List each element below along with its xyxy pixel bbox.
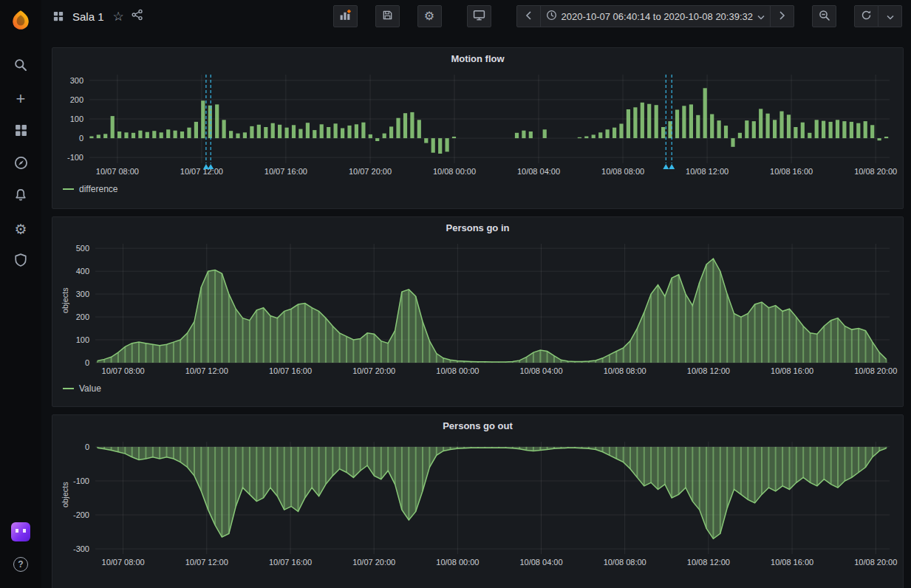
panel-persons-go-out: Persons go out objects -300-200-100010/0… xyxy=(52,414,904,588)
svg-text:300: 300 xyxy=(70,76,83,85)
svg-text:10/07 08:00: 10/07 08:00 xyxy=(102,366,145,375)
sidebar-item-server-admin[interactable] xyxy=(0,245,41,278)
time-range-text: 2020-10-07 06:40:14 to 2020-10-08 20:39:… xyxy=(562,11,754,22)
grafana-flame-icon xyxy=(10,9,32,31)
svg-text:-100: -100 xyxy=(73,476,89,485)
motion-flow-chart-area: -100010020030010/07 08:0010/07 12:0010/0… xyxy=(55,69,900,180)
motion-flow-chart[interactable]: -100010020030010/07 08:0010/07 12:0010/0… xyxy=(55,69,900,180)
svg-text:10/08 20:00: 10/08 20:00 xyxy=(854,366,897,375)
clock-icon xyxy=(546,10,557,23)
star-button[interactable]: ☆ xyxy=(113,9,124,24)
panel-motion-flow: Motion flow -100010020030010/07 08:0010/… xyxy=(52,47,904,209)
dashboard-settings-button[interactable]: ⚙ xyxy=(417,5,442,27)
share-icon xyxy=(132,9,143,24)
refresh-button[interactable] xyxy=(854,5,878,27)
svg-text:100: 100 xyxy=(70,114,83,123)
legend-item-difference[interactable]: difference xyxy=(55,180,900,194)
panel-title[interactable]: Motion flow xyxy=(55,48,900,69)
svg-text:10/07 08:00: 10/07 08:00 xyxy=(96,167,139,176)
legend-swatch xyxy=(63,188,74,190)
legend-label: Value xyxy=(79,383,101,394)
dashboard-title[interactable]: Sala 1 xyxy=(72,10,104,23)
dashboard-header: Sala 1 ☆ ⚙ xyxy=(41,0,911,33)
legend-item-value[interactable]: Value xyxy=(55,379,900,394)
svg-text:200: 200 xyxy=(76,312,89,321)
sidebar-item-explore[interactable] xyxy=(0,148,41,180)
chevron-down-icon xyxy=(887,11,894,22)
cycle-view-mode-button[interactable] xyxy=(467,5,491,27)
svg-text:10/08 16:00: 10/08 16:00 xyxy=(771,558,813,567)
monitor-icon xyxy=(473,9,485,24)
svg-text:10/08 12:00: 10/08 12:00 xyxy=(687,558,730,567)
svg-text:10/07 16:00: 10/07 16:00 xyxy=(265,167,307,176)
save-icon xyxy=(382,10,393,23)
share-button[interactable] xyxy=(132,9,143,24)
svg-text:-100: -100 xyxy=(67,153,83,162)
panel-title[interactable]: Persons go in xyxy=(55,217,900,238)
svg-text:0: 0 xyxy=(79,134,83,143)
refresh-icon xyxy=(861,10,872,23)
sidebar: + ⚙ ? xyxy=(0,0,41,588)
sidebar-item-create[interactable]: + xyxy=(0,83,41,115)
chevron-right-icon xyxy=(779,11,785,22)
persons-go-in-chart-area: objects 010020030040050010/07 08:0010/07… xyxy=(55,238,900,379)
save-dashboard-button[interactable] xyxy=(375,5,400,27)
time-range-back-button[interactable] xyxy=(516,5,541,27)
svg-text:10/07 16:00: 10/07 16:00 xyxy=(269,366,312,375)
svg-text:400: 400 xyxy=(76,267,89,276)
svg-text:10/08 00:00: 10/08 00:00 xyxy=(436,558,479,567)
persons-go-out-chart-area: objects -300-200-100010/07 08:0010/07 12… xyxy=(55,436,900,570)
gear-icon: ⚙ xyxy=(424,10,434,22)
help-icon: ? xyxy=(13,557,28,572)
legend-label: difference xyxy=(79,184,117,194)
search-icon xyxy=(14,58,27,75)
persons-go-out-chart[interactable]: -300-200-100010/07 08:0010/07 12:0010/07… xyxy=(55,436,900,570)
svg-text:10/08 12:00: 10/08 12:00 xyxy=(687,366,730,375)
dashboards-grid-icon xyxy=(15,124,27,140)
dashboard-grid: Motion flow -100010020030010/07 08:0010/… xyxy=(41,33,911,588)
time-range-picker-button[interactable]: 2020-10-07 06:40:14 to 2020-10-08 20:39:… xyxy=(540,5,771,27)
svg-text:10/08 08:00: 10/08 08:00 xyxy=(601,167,644,176)
sidebar-item-alerting[interactable] xyxy=(0,180,41,213)
main-column: Sala 1 ☆ ⚙ xyxy=(41,0,911,588)
refresh-interval-button[interactable] xyxy=(878,5,902,27)
svg-text:10/07 20:00: 10/07 20:00 xyxy=(349,167,392,176)
svg-text:10/08 16:00: 10/08 16:00 xyxy=(770,167,813,176)
svg-text:10/07 12:00: 10/07 12:00 xyxy=(180,167,223,176)
svg-text:0: 0 xyxy=(85,358,89,367)
svg-text:100: 100 xyxy=(76,335,89,344)
svg-text:10/07 20:00: 10/07 20:00 xyxy=(352,558,395,567)
svg-text:-300: -300 xyxy=(73,544,89,553)
svg-text:500: 500 xyxy=(76,244,89,253)
svg-text:10/08 16:00: 10/08 16:00 xyxy=(771,366,813,375)
sidebar-item-user-profile[interactable] xyxy=(0,516,41,548)
panel-title[interactable]: Persons go out xyxy=(55,415,900,436)
svg-text:10/08 20:00: 10/08 20:00 xyxy=(854,167,897,176)
svg-text:10/07 12:00: 10/07 12:00 xyxy=(185,366,228,375)
zoom-out-button[interactable] xyxy=(812,5,836,27)
svg-text:10/08 04:00: 10/08 04:00 xyxy=(519,366,562,375)
y-axis-label: objects xyxy=(61,482,69,507)
sidebar-item-configuration[interactable]: ⚙ xyxy=(0,213,41,245)
plus-icon: + xyxy=(16,91,26,107)
svg-text:10/08 08:00: 10/08 08:00 xyxy=(604,558,646,567)
y-axis-label: objects xyxy=(61,287,69,313)
svg-text:-200: -200 xyxy=(73,510,89,519)
persons-go-in-chart[interactable]: 010020030040050010/07 08:0010/07 12:0010… xyxy=(55,238,900,379)
svg-text:10/08 08:00: 10/08 08:00 xyxy=(604,366,646,375)
svg-text:10/07 16:00: 10/07 16:00 xyxy=(269,558,312,567)
gear-icon: ⚙ xyxy=(14,222,27,236)
sidebar-item-help[interactable]: ? xyxy=(0,548,41,581)
sidebar-item-dashboards[interactable] xyxy=(0,115,41,148)
svg-text:10/08 00:00: 10/08 00:00 xyxy=(436,366,479,375)
grafana-logo[interactable] xyxy=(10,9,32,31)
sidebar-item-search[interactable] xyxy=(0,50,41,83)
add-panel-button[interactable] xyxy=(333,5,358,27)
time-range-forward-button[interactable] xyxy=(770,5,794,27)
dashboard-grid-icon xyxy=(53,11,64,21)
bell-icon xyxy=(14,188,27,205)
svg-text:10/08 00:00: 10/08 00:00 xyxy=(433,167,476,176)
legend-swatch xyxy=(63,388,74,389)
user-avatar xyxy=(11,522,30,541)
svg-text:10/08 20:00: 10/08 20:00 xyxy=(854,558,897,567)
